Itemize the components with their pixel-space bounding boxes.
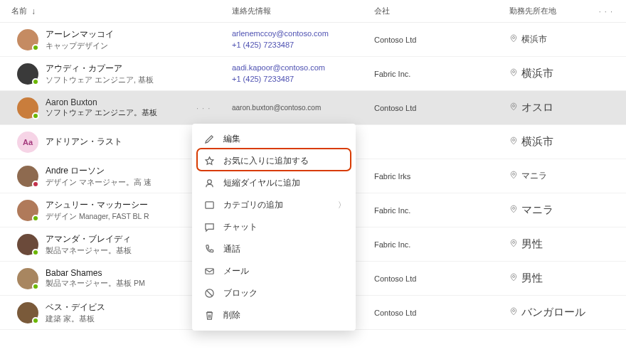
avatar[interactable]: [17, 268, 38, 289]
contact-phone[interactable]: +1 (425) 7233487: [232, 40, 374, 50]
name-block: アウディ・カプーア ソフトウェア エンジニア, 基板: [46, 63, 154, 85]
location-text: バンガロール: [521, 306, 585, 319]
company-cell: Contoso Ltd: [374, 274, 509, 283]
mail-icon: [203, 266, 215, 277]
name-block: アドリアン・ラスト: [46, 136, 122, 148]
speed-dial-icon: [203, 178, 215, 189]
company-cell: Contoso Ltd: [374, 104, 509, 112]
phone-icon: [203, 244, 215, 255]
avatar[interactable]: [17, 234, 38, 255]
menu-add-favorite[interactable]: お気に入りに追加する: [192, 150, 356, 172]
row-more-icon[interactable]: · · ·: [196, 104, 211, 112]
location-cell: 横浜市: [509, 33, 615, 46]
trash-icon: [203, 310, 215, 321]
location-text: 横浜市: [521, 135, 553, 149]
menu-block[interactable]: ブロック: [192, 282, 356, 304]
contact-name: Andre ローソン: [46, 165, 152, 177]
location-text: 横浜市: [521, 67, 553, 80]
contact-name: アウディ・カプーア: [46, 63, 154, 75]
contact-name: アーレンマッコイ: [46, 28, 114, 41]
svg-point-7: [513, 275, 515, 277]
table-header: 名前 ↓ 連絡先情報 会社 勤務先所在地 · · ·: [0, 0, 626, 23]
presence-indicator: [32, 249, 39, 256]
location-text: 横浜市: [521, 33, 547, 46]
avatar[interactable]: [17, 302, 38, 323]
contact-title: 製品マネージャー。基板: [46, 246, 132, 256]
star-add-icon: [203, 156, 215, 167]
presence-indicator: [32, 78, 39, 85]
presence-indicator: [32, 317, 39, 324]
location-pin-icon: [509, 307, 518, 318]
avatar[interactable]: [17, 63, 38, 85]
location-pin-icon: [509, 171, 518, 181]
col-header-name[interactable]: 名前 ↓: [11, 6, 232, 16]
chevron-right-icon: 〉: [338, 200, 346, 210]
menu-edit[interactable]: 編集: [192, 128, 356, 150]
contact-title: キャップデザイン: [46, 41, 114, 51]
col-header-contact[interactable]: 連絡先情報: [232, 6, 374, 16]
menu-call[interactable]: 通話: [192, 238, 356, 260]
contact-title: ソフトウェア エンジニア。基板: [46, 108, 157, 118]
location-pin-icon: [509, 136, 518, 147]
contact-name: Babar Shames: [46, 268, 145, 278]
presence-indicator: [32, 44, 39, 51]
company-cell: Fabric Inc.: [374, 70, 509, 78]
location-pin-icon: [509, 239, 518, 250]
contact-email[interactable]: aaron.buxton@contoso.com: [232, 103, 374, 113]
chat-icon: [203, 222, 215, 233]
location-cell: 横浜市: [509, 135, 615, 149]
svg-point-8: [513, 309, 515, 311]
contact-info-cell: arlenemccoy@contoso.com+1 (425) 7233487: [232, 28, 374, 50]
presence-indicator: [32, 112, 39, 119]
svg-point-4: [513, 173, 515, 175]
contact-title: デザイン Manager, FAST BL R: [46, 212, 149, 222]
name-block: アマンダ・ブレイディ 製品マネージャー。基板: [46, 233, 132, 256]
menu-call-label: 通話: [223, 243, 240, 255]
location-pin-icon: [509, 273, 518, 284]
contact-title: 製品マネージャー。基板 PM: [46, 279, 145, 289]
avatar[interactable]: [17, 166, 38, 187]
context-menu: 編集 お気に入りに追加する 短縮ダイヤルに追加 カテゴリの追加 〉 チャット 通…: [192, 124, 356, 330]
avatar[interactable]: Aa: [17, 132, 38, 153]
avatar[interactable]: [17, 200, 38, 221]
menu-delete-label: 削除: [223, 309, 240, 321]
location-cell: 男性: [509, 272, 615, 285]
svg-point-0: [513, 36, 515, 38]
sort-descending-icon: ↓: [31, 6, 36, 16]
svg-point-9: [207, 180, 211, 184]
contact-email[interactable]: aadi.kapoor@contoso.com: [232, 63, 374, 73]
menu-chat[interactable]: チャット: [192, 216, 356, 238]
name-block: Babar Shames 製品マネージャー。基板 PM: [46, 268, 145, 289]
presence-indicator: [32, 283, 39, 290]
contact-phone[interactable]: +1 (425) 7233487: [232, 74, 374, 85]
contact-name: Aaron Buxton: [46, 97, 157, 107]
location-text: マニラ: [521, 203, 553, 217]
company-cell: Contoso Ltd: [374, 309, 509, 317]
header-more-icon[interactable]: · · ·: [599, 7, 613, 16]
svg-point-5: [513, 207, 515, 209]
identity-cell: アウディ・カプーア ソフトウェア エンジニア, 基板: [11, 63, 232, 85]
menu-mail[interactable]: メール: [192, 260, 356, 282]
name-block: Aaron Buxton ソフトウェア エンジニア。基板: [46, 97, 157, 118]
menu-block-label: ブロック: [223, 287, 258, 299]
menu-edit-label: 編集: [223, 133, 240, 145]
table-row[interactable]: Aaron Buxton ソフトウェア エンジニア。基板 aaron.buxto…: [0, 91, 626, 125]
menu-delete[interactable]: 削除: [192, 304, 356, 326]
contact-title: 建築 家。基板: [46, 314, 105, 324]
table-row[interactable]: アーレンマッコイ キャップデザイン arlenemccoy@contoso.co…: [0, 23, 626, 57]
svg-point-6: [513, 241, 515, 243]
location-text: 男性: [521, 272, 543, 285]
contact-name: アマンダ・ブレイディ: [46, 233, 132, 245]
location-cell: 男性: [509, 237, 615, 251]
col-header-company[interactable]: 会社: [374, 6, 509, 16]
avatar[interactable]: [17, 29, 38, 50]
svg-rect-11: [205, 269, 213, 274]
contact-title: ソフトウェア エンジニア, 基板: [46, 75, 154, 85]
contact-email[interactable]: arlenemccoy@contoso.com: [232, 28, 374, 39]
menu-add-category[interactable]: カテゴリの追加 〉: [192, 194, 356, 216]
menu-speed-dial[interactable]: 短縮ダイヤルに追加: [192, 172, 356, 194]
pencil-icon: [203, 134, 215, 145]
avatar[interactable]: [17, 97, 38, 119]
location-pin-icon: [509, 34, 518, 45]
table-row[interactable]: アウディ・カプーア ソフトウェア エンジニア, 基板 aadi.kapoor@c…: [0, 57, 626, 91]
